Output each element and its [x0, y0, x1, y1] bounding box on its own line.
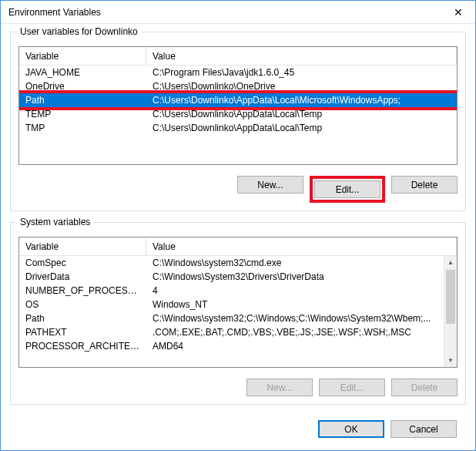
list-body: ComSpecC:\Windows\system32\cmd.exeDriver… [19, 256, 444, 367]
scroll-down-icon[interactable]: ▼ [444, 354, 457, 367]
system-variables-group: System variables Variable Value ComSpecC… [10, 222, 466, 405]
cell-variable: OS [19, 299, 146, 310]
cell-value: C:\Program Files\Java\jdk1.6.0_45 [146, 67, 457, 78]
scroll-thumb[interactable] [446, 270, 455, 324]
system-group-legend: System variables [17, 217, 93, 227]
cell-value: C:\Windows\system32\cmd.exe [146, 257, 444, 268]
cell-variable: DriverData [19, 271, 146, 282]
dialog-button-row: OK Cancel [10, 416, 466, 438]
user-variables-group: User variables for Downlinko Variable Va… [10, 32, 466, 211]
system-button-row: New... Edit... Delete [18, 379, 458, 396]
cell-variable: PATHEXT [19, 327, 146, 338]
selected-row-highlight: PathC:\Users\Downlinko\AppData\Local\Mic… [19, 90, 457, 110]
cell-value: C:\Users\Downlinko\AppData\Local\Temp [146, 109, 457, 119]
table-row[interactable]: OSWindows_NT [19, 298, 444, 311]
table-row[interactable]: TMPC:\Users\Downlinko\AppData\Local\Temp [19, 121, 457, 135]
scrollbar[interactable]: ▲ ▼ [444, 256, 457, 367]
cell-variable: Path [19, 313, 146, 324]
list-body: JAVA_HOMEC:\Program Files\Java\jdk1.6.0_… [19, 66, 457, 164]
table-row[interactable]: PathC:\Windows\system32;C:\Windows;C:\Wi… [19, 311, 444, 325]
system-delete-button: Delete [391, 379, 458, 396]
cell-variable: ComSpec [19, 257, 146, 268]
cell-value: Windows_NT [146, 299, 444, 310]
column-value[interactable]: Value [146, 47, 457, 65]
ok-button[interactable]: OK [318, 420, 384, 438]
cell-value: AMD64 [146, 341, 444, 352]
user-variables-list[interactable]: Variable Value JAVA_HOMEC:\Program Files… [18, 46, 458, 165]
system-new-button: New... [246, 379, 313, 396]
edit-button-highlight: Edit... [310, 176, 385, 203]
list-header: Variable Value [19, 237, 457, 256]
table-row[interactable]: DriverDataC:\Windows\System32\Drivers\Dr… [19, 270, 444, 284]
cell-value: C:\Users\Downlinko\AppData\Local\Microso… [146, 95, 457, 106]
table-row[interactable]: JAVA_HOMEC:\Program Files\Java\jdk1.6.0_… [19, 66, 457, 79]
cell-value: C:\Users\Downlinko\AppData\Local\Temp [146, 123, 457, 133]
env-vars-dialog: Environment Variables ✕ User variables f… [0, 0, 476, 451]
scroll-up-icon[interactable]: ▲ [444, 256, 457, 269]
close-icon: ✕ [454, 6, 463, 19]
system-variables-list[interactable]: Variable Value ComSpecC:\Windows\system3… [18, 237, 458, 368]
column-value[interactable]: Value [146, 237, 457, 255]
cell-value: C:\Windows\System32\Drivers\DriverData [146, 271, 444, 282]
cell-variable: JAVA_HOME [19, 67, 146, 78]
table-row[interactable]: PathC:\Users\Downlinko\AppData\Local\Mic… [19, 93, 457, 107]
cell-variable: PROCESSOR_ARCHITECTURE [19, 341, 146, 352]
close-button[interactable]: ✕ [441, 1, 475, 23]
table-row[interactable]: NUMBER_OF_PROCESSORS4 [19, 284, 444, 298]
column-variable[interactable]: Variable [19, 47, 146, 65]
user-group-legend: User variables for Downlinko [17, 26, 141, 37]
user-edit-button[interactable]: Edit... [314, 180, 380, 198]
table-row[interactable]: PROCESSOR_ARCHITECTUREAMD64 [19, 339, 444, 353]
cell-variable: TEMP [19, 109, 146, 119]
user-delete-button[interactable]: Delete [391, 176, 458, 194]
titlebar: Environment Variables ✕ [1, 1, 475, 24]
window-title: Environment Variables [8, 7, 441, 18]
user-new-button[interactable]: New... [237, 176, 303, 194]
cell-value: .COM;.EXE;.BAT;.CMD;.VBS;.VBE;.JS;.JSE;.… [146, 327, 444, 338]
user-button-row: New... Edit... Delete [18, 176, 458, 203]
cell-value: 4 [146, 285, 444, 296]
table-row[interactable]: ComSpecC:\Windows\system32\cmd.exe [19, 256, 444, 270]
cancel-button[interactable]: Cancel [391, 420, 457, 438]
list-header: Variable Value [19, 47, 457, 66]
dialog-content: User variables for Downlinko Variable Va… [1, 24, 475, 450]
cell-variable: TMP [19, 123, 146, 133]
cell-variable: NUMBER_OF_PROCESSORS [19, 285, 146, 296]
system-edit-button: Edit... [319, 379, 385, 396]
cell-variable: Path [19, 95, 146, 106]
column-variable[interactable]: Variable [19, 237, 146, 255]
cell-value: C:\Windows\system32;C:\Windows;C:\Window… [146, 313, 444, 324]
table-row[interactable]: PATHEXT.COM;.EXE;.BAT;.CMD;.VBS;.VBE;.JS… [19, 325, 444, 339]
